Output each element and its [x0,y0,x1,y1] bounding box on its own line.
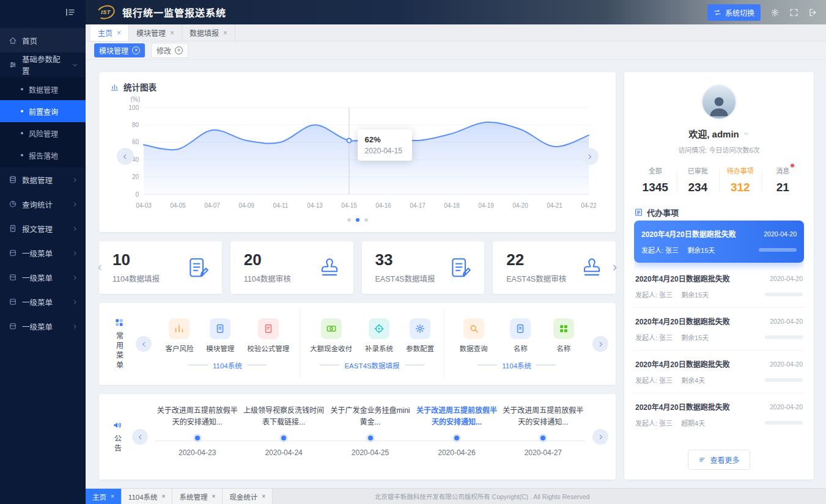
logout-button[interactable] [808,8,817,17]
announcements-title: 公告 [112,434,123,454]
announcements-next-button[interactable] [592,429,608,445]
todo-progress-bar [759,248,797,252]
chip-close-icon[interactable]: × [132,46,140,54]
view-more-button[interactable]: 查看更多 [688,450,750,470]
system-switch-button[interactable]: 系统切换 [707,4,761,21]
todo-item[interactable]: 2020年4月20日数据跑批失败2020-04-20 发起人: 张三剩余15天 [634,221,804,263]
chip-close-icon[interactable]: × [175,46,183,54]
avatar[interactable] [701,84,737,120]
chart-tooltip: 62% 2020-04-15 [358,130,412,161]
tab-close-icon[interactable]: × [162,494,166,500]
announcement-item[interactable]: 关于改进周五提前放假半天的安排通知... 2020-04-26 [413,405,500,472]
chip-edit[interactable]: 修改× [151,43,188,58]
stat-value: 33 [375,252,435,268]
view-more-label: 查看更多 [710,455,739,465]
quick-item-module-mgmt[interactable]: 模块管理 [206,318,234,353]
todo-item[interactable]: 2020年4月20日数据跑批失败2020-04-20 发起人: 张三剩余15天 [634,308,804,351]
sidebar-item-menu-3[interactable]: 一级菜单 [0,290,86,314]
sidebar-subitem-report-landing[interactable]: 报告落地 [0,144,86,166]
settings-button[interactable] [770,8,780,17]
announcements-rail: 公告 [106,401,128,472]
stat-card-east4s-entry[interactable]: 33EAST4S数据填报 [362,241,485,294]
todo-item[interactable]: 2020年4月20日数据跑批失败2020-04-20 发起人: 张三剩余15天 [634,265,804,308]
announcement-item[interactable]: 关于改进周五提前放假半天的安排通知... 2020-04-23 [154,405,240,472]
quick-item-formula-mgmt[interactable]: 校验公式管理 [247,318,289,353]
quick-item-param-config[interactable]: 参数配置 [406,318,434,353]
sidebar-nav: 首页 基础参数配置 数据管理 前置查询 风险管理 报告落地 数据管理 查询统计 [0,24,86,504]
sidebar-subitem-risk-mgmt[interactable]: 风险管理 [0,122,86,144]
chip-module-mgmt[interactable]: 模块管理× [94,43,145,57]
tab-close-icon[interactable]: × [170,29,174,37]
todo-item[interactable]: 2020年4月20日数据跑批失败2020-04-20 发起人: 张三超期4天 [634,393,804,436]
tab-data-entry[interactable]: 数据填报× [182,24,235,41]
sidebar-item-data-mgmt[interactable]: 数据管理 [0,167,86,192]
bottom-tab-bar: 主页× 1104系统× 系统管理× 现金统计× 北京银丰新融科技开发有限公司版权… [86,488,826,504]
banknote-icon [321,318,342,339]
tab-close-icon[interactable]: × [212,494,215,500]
document-icon [9,224,17,233]
announcement-text: 关于改进周五提前放假半天的安排通知... [154,405,240,429]
quick-menu-prev-button[interactable] [136,336,152,352]
announcements-prev-button[interactable] [132,429,148,445]
stat-cards-row: 101104数据填报 201104数据审核 33EAST4S数据填报 22EAS… [99,241,616,294]
tab-close-icon[interactable]: × [117,29,121,37]
user-stat-messages[interactable]: 消息 21 [762,164,805,198]
stats-prev-button[interactable] [95,263,105,272]
chart-next-button[interactable] [581,148,599,165]
tab-home[interactable]: 主页× [90,24,129,41]
user-stat-approved[interactable]: 已审批 234 [677,164,720,198]
todo-item[interactable]: 2020年4月20日数据跑批失败2020-04-20 发起人: 张三剩余4天 [634,351,804,393]
quick-item-customer-risk[interactable]: 客户风险 [165,318,193,353]
sidebar-item-query-stats[interactable]: 查询统计 [0,192,86,216]
quick-item-data-query[interactable]: 数据查询 [460,318,488,353]
bottom-tab-home[interactable]: 主页× [86,489,122,504]
sidebar-item-menu-4[interactable]: 一级菜单 [0,314,86,338]
quick-item-label: 校验公式管理 [247,343,289,353]
chart-prev-button[interactable] [117,148,134,165]
chart-page-dot[interactable] [356,218,360,222]
quick-item-large-cash[interactable]: 大额现金收付 [310,318,352,353]
sidebar-item-menu-1[interactable]: 一级菜单 [0,241,86,265]
quick-item-supplement-system[interactable]: 补录系统 [365,318,393,353]
todo-sender: 发起人: 张三 [635,332,673,342]
tab-module-mgmt[interactable]: 模块管理× [129,24,182,41]
user-stat-value: 21 [762,181,805,194]
tab-close-icon[interactable]: × [111,494,114,500]
stats-next-button[interactable] [610,263,619,272]
quick-menu-next-button[interactable] [592,336,608,352]
chart-card-title: 统计图表 [124,81,157,93]
quick-item-name-2[interactable]: 名称 [553,318,574,353]
bottom-tab-cash-stats[interactable]: 现金统计× [223,489,273,504]
announcement-item[interactable]: 关于广发金业务挂盘mini黄金... 2020-04-25 [327,405,413,472]
sidebar-item-home[interactable]: 首页 [0,28,86,53]
fullscreen-button[interactable] [789,8,798,17]
sidebar-subitem-front-query[interactable]: 前置查询 [0,100,86,122]
stat-card-1104-review[interactable]: 201104数据审核 [230,241,353,294]
sidebar-collapse-button[interactable] [0,0,86,24]
chart-page-dot[interactable] [347,218,351,222]
chart-page-dot[interactable] [364,218,368,222]
square-icon [9,273,17,282]
dashboard-content: 统计图表 020406080100(%)04-0304-0504-0704-09… [86,60,826,488]
timeline-dot-icon [454,436,459,440]
quick-item-name-1[interactable]: 名称 [510,318,531,353]
sidebar-item-base-config[interactable]: 基础参数配置 [0,53,86,77]
tab-close-icon[interactable]: × [262,494,265,500]
stat-card-1104-entry[interactable]: 101104数据填报 [99,241,222,294]
bottom-tab-system-mgmt[interactable]: 系统管理× [172,489,223,504]
sidebar-item-menu-2[interactable]: 一级菜单 [0,265,86,290]
tab-label: 主页 [98,27,112,38]
welcome-row[interactable]: 欢迎, admin [634,127,804,140]
sidebar-item-message-mgmt[interactable]: 报文管理 [0,216,86,241]
topbar-actions: 系统切换 [707,4,817,21]
stat-card-east4s-review[interactable]: 22EAST4S数据审核 [493,241,616,294]
announcement-item[interactable]: 关于改进周五提前放假半天的安排通知... 2020-04-27 [500,405,586,472]
svg-text:04-03: 04-03 [136,202,152,209]
sidebar-subitem-data-mgmt[interactable]: 数据管理 [0,78,86,100]
user-stat-pending[interactable]: 待办事项 312 [719,164,762,198]
announcement-item[interactable]: 上级领导视察反洗钱时间表下载链接... 2020-04-24 [240,405,326,472]
tab-close-icon[interactable]: × [223,29,227,37]
user-stat-all[interactable]: 全部 1345 [634,164,677,198]
bottom-tab-1104[interactable]: 1104系统× [122,489,173,504]
chevron-down-icon [72,62,78,68]
